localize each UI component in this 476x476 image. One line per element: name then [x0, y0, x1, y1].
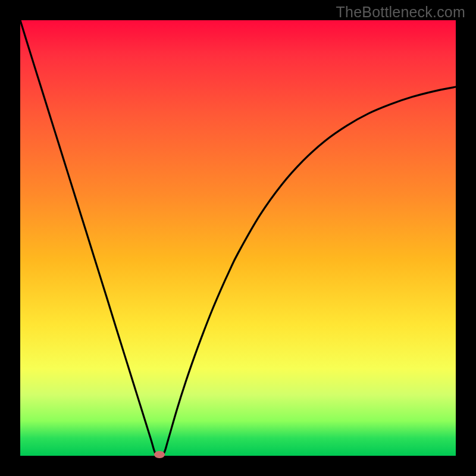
bottleneck-curve — [20, 20, 456, 456]
chart-frame: TheBottleneck.com — [0, 0, 476, 476]
attribution-label: TheBottleneck.com — [336, 4, 465, 21]
minimum-marker — [154, 451, 165, 458]
plot-area — [20, 20, 456, 456]
curve-path — [20, 20, 456, 456]
